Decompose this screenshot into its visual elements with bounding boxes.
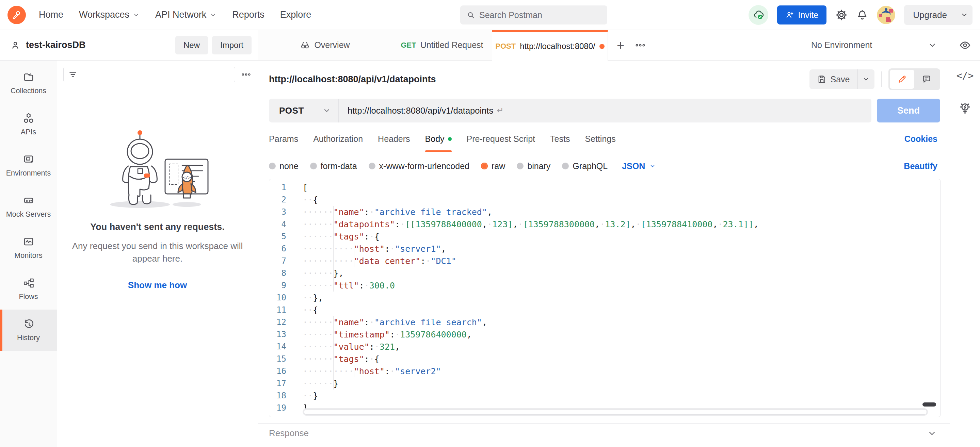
sidebar-item-history[interactable]: History [0, 309, 57, 351]
body-type-row: none form-data x-www-form-urlencoded raw… [258, 155, 950, 177]
settings-gear-icon[interactable] [835, 9, 848, 21]
sidebar-item-apis[interactable]: APIs [0, 104, 57, 145]
history-more-icon[interactable] [241, 69, 251, 80]
upgrade-label[interactable]: Upgrade [904, 5, 956, 25]
code-line: 12 ······"name":·"archive_file_search", [269, 316, 940, 328]
save-button[interactable]: Save [810, 70, 858, 89]
indent-guide [333, 316, 334, 390]
user-avatar[interactable] [877, 6, 895, 24]
body-type-none[interactable]: none [269, 161, 299, 171]
edit-comment-toggle [888, 68, 940, 90]
sidebar-item-monitors[interactable]: Monitors [0, 227, 57, 268]
apis-icon [22, 112, 35, 125]
radio-icon [369, 163, 375, 170]
beautify-link[interactable]: Beautify [904, 161, 937, 171]
method-select[interactable]: POST [269, 99, 339, 122]
top-nav: Home Workspaces API Network Reports Expl… [0, 0, 980, 30]
horizontal-scrollbar[interactable] [302, 408, 928, 416]
code-snippet-icon[interactable]: </> [956, 70, 974, 81]
body-type-raw[interactable]: raw [481, 161, 505, 171]
environment-quick-look[interactable] [950, 30, 980, 60]
nav-item-explore[interactable]: Explore [280, 10, 312, 20]
code-line: 14 ······"value":·321, [269, 341, 940, 353]
request-tab-params[interactable]: Params [269, 122, 298, 155]
comment-button[interactable] [914, 70, 939, 89]
postman-logo-icon[interactable] [8, 6, 26, 24]
empty-state-title: You haven't sent any requests. [64, 222, 251, 232]
lightbulb-icon[interactable] [958, 101, 972, 115]
environments-icon [22, 154, 35, 166]
flows-icon [22, 277, 35, 289]
indent-guide [333, 206, 334, 292]
upgrade-caret[interactable] [956, 5, 972, 25]
code-line: 9 ······"ttl":·300.0 [269, 279, 940, 292]
empty-state-description: Any request you send in this workspace w… [65, 240, 250, 265]
cookies-link[interactable]: Cookies [904, 134, 937, 144]
line-number: 2 [269, 195, 290, 204]
request-header: http://localhost:8080/api/v1/datapoints … [258, 60, 950, 98]
sidebar-item-environments[interactable]: Environments [0, 145, 57, 186]
line-number: 3 [269, 207, 290, 217]
history-panel: </> You haven't sent any requests. Any r… [57, 60, 258, 447]
send-button[interactable]: Send [877, 99, 940, 122]
request-tab-pre-request-script[interactable]: Pre-request Script [467, 122, 535, 155]
nav-item-workspaces[interactable]: Workspaces [79, 10, 140, 20]
body-type-x-www-form-urlencoded[interactable]: x-www-form-urlencoded [369, 161, 469, 171]
edit-mode-button[interactable] [890, 70, 914, 89]
environment-value: No Environment [811, 40, 872, 50]
request-title[interactable]: http://localhost:8080/api/v1/datapoints [269, 74, 436, 85]
horizontal-scrollbar-thumb[interactable] [304, 409, 927, 415]
request-tab-authorization[interactable]: Authorization [313, 122, 363, 155]
code-line: 11 ··{ [269, 304, 940, 316]
tab-post-request-active[interactable]: POST http://localhost:8080/ [492, 30, 608, 60]
body-type-graphql[interactable]: GraphQL [562, 161, 608, 171]
url-input[interactable]: http://localhost:8080/api/v1/datapoints [339, 106, 493, 116]
save-options-caret[interactable] [858, 70, 875, 89]
sidebar-item-flows[interactable]: Flows [0, 268, 57, 309]
search-input[interactable]: Search Postman [460, 5, 607, 24]
radio-icon [269, 163, 276, 170]
request-pane: http://localhost:8080/api/v1/datapoints … [258, 60, 950, 447]
code-line: 10 ··}, [269, 292, 940, 304]
response-collapse-caret[interactable] [927, 429, 937, 438]
sidebar-item-collections[interactable]: Collections [0, 63, 57, 104]
nav-item-reports[interactable]: Reports [232, 10, 264, 20]
body-editor[interactable]: 1 [ 2 ··{ 3 ······"name":·"archive_file_… [269, 179, 940, 417]
response-section-header[interactable]: Response [258, 423, 950, 443]
url-row: POST http://localhost:8080/api/v1/datapo… [258, 99, 950, 122]
line-number: 19 [269, 403, 290, 413]
body-type-form-data[interactable]: form-data [310, 161, 357, 171]
more-tabs-icon[interactable] [635, 40, 646, 51]
sync-status-icon[interactable] [749, 5, 768, 25]
invite-button[interactable]: Invite [777, 5, 827, 24]
show-me-how-link[interactable]: Show me how [128, 280, 187, 290]
line-number: 15 [269, 354, 290, 364]
nav-item-home[interactable]: Home [39, 10, 63, 20]
workspace-title[interactable]: test-kairosDB [26, 40, 86, 50]
request-tab-settings[interactable]: Settings [585, 122, 616, 155]
tab-untitled-request[interactable]: GET Untitled Request [392, 30, 492, 60]
search-placeholder: Search Postman [479, 10, 542, 20]
request-tab-headers[interactable]: Headers [378, 122, 410, 155]
nav-item-api-network[interactable]: API Network [155, 10, 216, 20]
scrollbar-thumb[interactable] [923, 403, 936, 406]
sidebar-item-mock-servers[interactable]: Mock Servers [0, 186, 57, 227]
mock-servers-icon [22, 195, 35, 207]
new-button[interactable]: New [175, 36, 208, 54]
radio-icon [481, 163, 488, 170]
request-tab-tests[interactable]: Tests [550, 122, 570, 155]
tab-overview[interactable]: Overview [258, 30, 392, 60]
body-type-binary[interactable]: binary [517, 161, 550, 171]
environment-selector[interactable]: No Environment [800, 30, 950, 60]
new-tab-button[interactable]: + [617, 39, 624, 52]
line-number: 16 [269, 366, 290, 376]
collections-icon [22, 71, 35, 83]
invite-label: Invite [798, 10, 819, 20]
url-enter-hint: ↵ [496, 106, 503, 115]
notifications-bell-icon[interactable] [856, 9, 868, 21]
request-tab-body[interactable]: Body [425, 122, 452, 155]
code-line: 16 ··········"host":·"server2" [269, 365, 940, 377]
history-filter-input[interactable] [63, 67, 235, 82]
body-language-select[interactable]: JSON [622, 161, 656, 171]
import-button[interactable]: Import [212, 36, 251, 54]
